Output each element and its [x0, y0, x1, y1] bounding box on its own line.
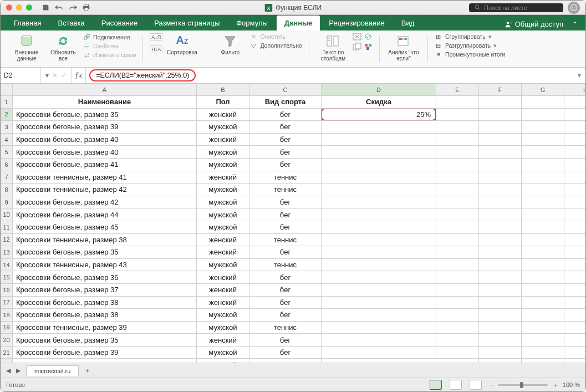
cell[interactable]: бег: [249, 208, 322, 221]
empty-cell[interactable]: [436, 196, 479, 209]
external-data-button[interactable]: Внешние данные: [9, 33, 44, 62]
cell[interactable]: бег: [249, 297, 322, 309]
empty-cell[interactable]: [564, 322, 585, 334]
cell[interactable]: бег: [249, 347, 322, 359]
collapse-ribbon-icon[interactable]: ⌃: [572, 21, 578, 28]
cell[interactable]: [322, 234, 436, 247]
row-header[interactable]: 19: [1, 322, 13, 334]
cell[interactable]: женский: [197, 134, 249, 146]
column-header[interactable]: F: [479, 84, 522, 96]
empty-cell[interactable]: [522, 309, 564, 322]
search-input[interactable]: Поиск на листе: [469, 3, 563, 12]
empty-cell[interactable]: [522, 159, 564, 171]
cell[interactable]: Кроссовки беговые, размер 35: [13, 334, 197, 347]
empty-cell[interactable]: [436, 322, 479, 334]
refresh-all-button[interactable]: Обновить все: [46, 33, 80, 62]
properties-button[interactable]: ☰Свойства: [83, 42, 136, 50]
add-sheet-button[interactable]: ＋: [84, 366, 90, 375]
empty-cell[interactable]: [522, 146, 564, 159]
cell[interactable]: женский: [197, 109, 249, 121]
cell[interactable]: бег: [249, 271, 322, 284]
empty-cell[interactable]: [479, 208, 522, 221]
page-layout-view-button[interactable]: [450, 380, 462, 390]
empty-cell[interactable]: [522, 221, 564, 234]
empty-cell[interactable]: [479, 146, 522, 159]
row-header[interactable]: 5: [1, 146, 13, 159]
empty-cell[interactable]: [522, 121, 564, 134]
empty-cell[interactable]: [479, 297, 522, 309]
cell[interactable]: [322, 347, 436, 359]
cell[interactable]: [322, 297, 436, 309]
column-header[interactable]: A: [13, 84, 197, 96]
empty-cell[interactable]: [564, 109, 585, 121]
empty-cell[interactable]: [479, 309, 522, 322]
empty-cell[interactable]: [564, 234, 585, 247]
consolidate-icon[interactable]: [364, 43, 373, 50]
zoom-out-button[interactable]: −: [490, 381, 493, 388]
row-header[interactable]: 6: [1, 159, 13, 171]
empty-cell[interactable]: [564, 134, 585, 146]
cell[interactable]: бег: [249, 221, 322, 234]
cell[interactable]: Кроссовки теннисные, размер 41: [13, 171, 197, 184]
cell[interactable]: Кроссовки теннисные, размер 40: [13, 359, 197, 363]
cell[interactable]: теннис: [249, 359, 322, 363]
cell[interactable]: Кроссовки беговые, размер 40: [13, 134, 197, 146]
select-all-corner[interactable]: [1, 84, 13, 96]
name-box[interactable]: D2: [1, 68, 41, 83]
cell[interactable]: мужской: [197, 221, 249, 234]
group-button[interactable]: ⊞Сгруппировать ▾: [435, 33, 506, 40]
empty-cell[interactable]: [564, 334, 585, 347]
cell[interactable]: женский: [197, 234, 249, 247]
cell[interactable]: бег: [249, 284, 322, 297]
cell[interactable]: [322, 221, 436, 234]
row-header[interactable]: 16: [1, 284, 13, 297]
cell[interactable]: бег: [249, 309, 322, 322]
empty-cell[interactable]: [436, 159, 479, 171]
cell[interactable]: мужской: [197, 347, 249, 359]
empty-cell[interactable]: [564, 121, 585, 134]
undo-icon[interactable]: [55, 4, 63, 11]
ribbon-tab-вставка[interactable]: Вставка: [50, 16, 92, 30]
cell[interactable]: [322, 259, 436, 272]
cell[interactable]: [322, 309, 436, 322]
text-to-columns-button[interactable]: Текст по столбцам: [316, 33, 350, 62]
empty-cell[interactable]: [564, 284, 585, 297]
sheet-tab[interactable]: microexcel.ru: [26, 365, 79, 376]
row-header[interactable]: 21: [1, 347, 13, 359]
sort-asc-button[interactable]: А↓Я: [150, 33, 162, 42]
close-window-icon[interactable]: [6, 4, 12, 11]
prev-sheet-icon[interactable]: ▶: [16, 367, 21, 374]
cell[interactable]: Кроссовки беговые, размер 38: [13, 309, 197, 322]
cell[interactable]: [322, 184, 436, 196]
empty-cell[interactable]: [522, 246, 564, 259]
ribbon-tab-вид[interactable]: Вид: [394, 16, 422, 30]
empty-cell[interactable]: [436, 246, 479, 259]
empty-cell[interactable]: [436, 184, 479, 196]
empty-cell[interactable]: [436, 284, 479, 297]
row-header[interactable]: 10: [1, 208, 13, 221]
cell[interactable]: Кроссовки беговые, размер 42: [13, 196, 197, 209]
row-header[interactable]: 15: [1, 271, 13, 284]
empty-cell[interactable]: [522, 359, 564, 363]
filter-button[interactable]: Фильтр: [213, 33, 247, 55]
cell[interactable]: [322, 359, 436, 363]
empty-cell[interactable]: [436, 208, 479, 221]
empty-cell[interactable]: [522, 196, 564, 209]
cell[interactable]: Кроссовки беговые, размер 44: [13, 208, 197, 221]
column-header[interactable]: G: [522, 84, 564, 96]
cell[interactable]: [322, 146, 436, 159]
cell[interactable]: женский: [197, 334, 249, 347]
ribbon-tab-главная[interactable]: Главная: [6, 16, 49, 30]
name-box-dropdown-icon[interactable]: ▾: [45, 72, 49, 79]
row-header[interactable]: 18: [1, 309, 13, 322]
formula-expand-icon[interactable]: ▾: [573, 72, 585, 79]
cell[interactable]: мужской: [197, 309, 249, 322]
cell[interactable]: мужской: [197, 159, 249, 171]
empty-cell[interactable]: [436, 359, 479, 363]
cell[interactable]: мужской: [197, 121, 249, 134]
empty-cell[interactable]: [479, 184, 522, 196]
fx-button[interactable]: ƒx: [71, 68, 86, 83]
cell[interactable]: Кроссовки беговые, размер 38: [13, 297, 197, 309]
empty-cell[interactable]: [479, 334, 522, 347]
cell[interactable]: Кроссовки беговые, размер 35: [13, 109, 197, 121]
